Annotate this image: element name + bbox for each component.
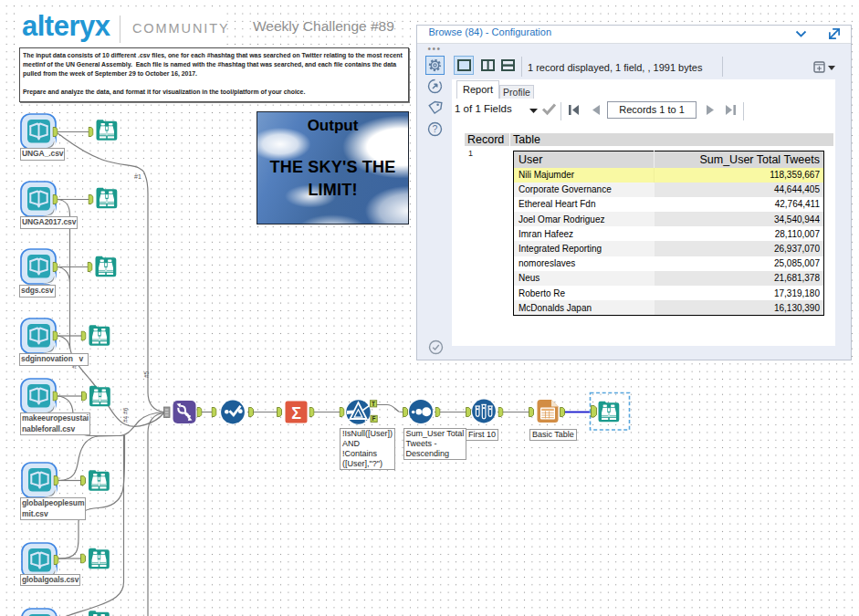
svg-text:#1: #1 bbox=[134, 173, 141, 180]
svg-text:?: ? bbox=[432, 123, 437, 134]
svg-text:#4 #6: #4 #6 bbox=[122, 407, 129, 423]
svg-text:T: T bbox=[372, 401, 375, 407]
svg-text:#5: #5 bbox=[143, 371, 150, 378]
svg-text:F: F bbox=[372, 415, 376, 422]
svg-text:Σ: Σ bbox=[291, 404, 301, 423]
